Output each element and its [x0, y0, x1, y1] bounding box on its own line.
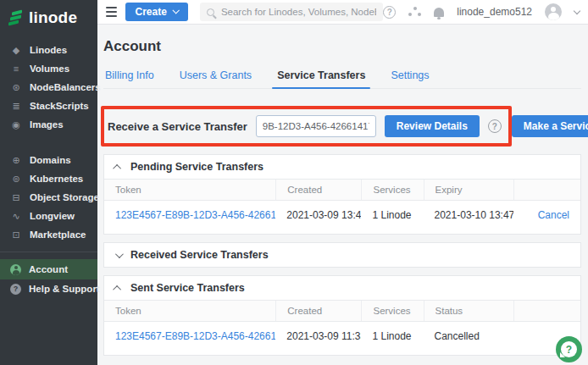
- transfer-token-input[interactable]: [256, 115, 376, 137]
- tab-service-transfers[interactable]: Service Transfers: [275, 66, 367, 88]
- search-icon: [207, 8, 214, 16]
- pending-panel-header[interactable]: Pending Service Transfers: [104, 155, 580, 179]
- table-header-row: Token Created Services Status: [104, 300, 580, 322]
- domains-icon: ⊕: [10, 156, 22, 165]
- search-bar[interactable]: [200, 3, 383, 21]
- object-storage-icon: ⊟: [10, 193, 22, 202]
- tab-billing-info[interactable]: Billing Info: [103, 66, 156, 88]
- sidebar-item-nodebalancers[interactable]: ⊛ NodeBalancers: [0, 78, 97, 97]
- pending-transfers-table: Token Created Services Expiry 123E4567-E…: [104, 179, 580, 234]
- sidebar-item-help-support[interactable]: ? Help & Support: [0, 279, 97, 298]
- sidebar-item-longview[interactable]: ∿ Longview: [0, 207, 97, 225]
- sidebar-divider: [0, 252, 97, 252]
- sidebar-item-volumes[interactable]: ≡ Volumes: [0, 59, 97, 78]
- table-row: 123E4567-E89B-12D3-A456-426614174001 202…: [104, 322, 580, 350]
- community-icon: [408, 7, 421, 17]
- help-button[interactable]: ?: [383, 6, 396, 19]
- stackscripts-icon: ≣: [10, 102, 22, 111]
- main-content: Account Billing Info Users & Grants Serv…: [97, 25, 588, 365]
- community-button[interactable]: [408, 7, 421, 17]
- received-transfers-panel: Received Service Transfers: [103, 242, 581, 268]
- sidebar-item-linodes[interactable]: ◆ Linodes: [0, 41, 97, 59]
- collapse-icon: [113, 163, 121, 172]
- sidebar: linode ◆ Linodes ≡ Volumes ⊛ NodeBalance…: [0, 0, 97, 365]
- page-title: Account: [103, 38, 581, 55]
- sidebar-item-images[interactable]: ◉ Images: [0, 115, 97, 134]
- images-icon: ◉: [10, 120, 22, 130]
- kubernetes-icon: ⊚: [10, 174, 22, 184]
- menu-icon[interactable]: [106, 7, 117, 17]
- review-details-button[interactable]: Review Details: [385, 115, 480, 137]
- column-header-actions: [513, 180, 580, 200]
- receive-transfer-group: Receive a Service Transfer Review Detail…: [103, 107, 512, 146]
- help-icon: ?: [10, 284, 21, 295]
- sidebar-item-label: Kubernetes: [30, 174, 83, 184]
- column-header-token: Token: [104, 185, 275, 195]
- transfer-actions-row: Receive a Service Transfer Review Detail…: [103, 107, 581, 146]
- marketplace-icon: ⊡: [10, 230, 22, 240]
- sidebar-item-label: NodeBalancers: [30, 82, 101, 92]
- receive-transfer-label: Receive a Service Transfer: [108, 120, 247, 133]
- avatar[interactable]: [545, 3, 562, 20]
- sidebar-item-label: Images: [30, 119, 64, 130]
- expiry-cell: 2021-03-10 13:47: [424, 209, 514, 221]
- linode-logo-text: linode: [29, 8, 77, 27]
- linode-icon: ◆: [10, 46, 22, 55]
- linode-logo[interactable]: linode: [0, 0, 97, 34]
- sent-transfers-panel: Sent Service Transfers Token Created Ser…: [103, 275, 581, 356]
- column-header-created: Created: [275, 180, 361, 200]
- account-icon: [10, 264, 21, 275]
- received-panel-header[interactable]: Received Service Transfers: [104, 243, 580, 267]
- username[interactable]: linode_demo512: [457, 6, 532, 18]
- created-cell: 2021-03-09 11:33: [275, 330, 361, 342]
- create-button[interactable]: Create: [125, 3, 188, 21]
- table-row: 123E4567-E89B-12D3-A456-426614174000 202…: [104, 201, 580, 229]
- collapse-icon: [113, 285, 121, 293]
- column-header-services: Services: [361, 301, 423, 321]
- table-header-row: Token Created Services Expiry: [104, 179, 580, 201]
- linode-logo-icon: [8, 9, 23, 26]
- sidebar-item-stackscripts[interactable]: ≣ StackScripts: [0, 97, 97, 115]
- sidebar-item-label: Object Storage: [30, 192, 99, 202]
- expand-icon: [115, 250, 124, 258]
- nodebalancers-icon: ⊛: [10, 83, 22, 92]
- token-link[interactable]: 123E4567-E89B-12D3-A456-426614174000: [115, 209, 275, 221]
- cancel-link[interactable]: Cancel: [538, 209, 569, 221]
- help-chat-button[interactable]: ?: [556, 336, 582, 362]
- topbar-actions: ? linode_demo512: [383, 3, 580, 20]
- token-link[interactable]: 123E4567-E89B-12D3-A456-426614174001: [115, 330, 275, 342]
- longview-icon: ∿: [10, 212, 22, 221]
- question-icon: ?: [383, 6, 396, 19]
- tab-settings[interactable]: Settings: [389, 66, 430, 88]
- notifications-button[interactable]: [434, 8, 444, 17]
- sidebar-item-kubernetes[interactable]: ⊚ Kubernetes: [0, 169, 97, 188]
- tab-users-grants[interactable]: Users & Grants: [178, 66, 253, 88]
- panel-title: Sent Service Transfers: [130, 282, 245, 294]
- sidebar-item-marketplace[interactable]: ⊡ Marketplace: [0, 225, 97, 244]
- sidebar-item-label: Marketplace: [30, 230, 86, 240]
- chevron-down-icon[interactable]: [574, 7, 580, 14]
- status-cell: Cancelled: [424, 330, 514, 342]
- sidebar-nav: ◆ Linodes ≡ Volumes ⊛ NodeBalancers ≣ St…: [0, 34, 97, 298]
- sidebar-item-account[interactable]: Account: [0, 259, 97, 279]
- sent-panel-header[interactable]: Sent Service Transfers: [104, 276, 580, 300]
- column-header-created: Created: [275, 301, 361, 321]
- column-header-services: Services: [361, 180, 423, 200]
- sidebar-item-label: Account: [29, 264, 68, 274]
- sidebar-item-object-storage[interactable]: ⊟ Object Storage: [0, 188, 97, 207]
- receive-help-icon[interactable]: ?: [488, 119, 502, 133]
- sidebar-item-label: Linodes: [30, 45, 67, 55]
- search-input[interactable]: [221, 7, 376, 17]
- column-header-actions: [513, 301, 580, 321]
- pending-transfers-panel: Pending Service Transfers Token Created …: [103, 154, 581, 235]
- volumes-icon: ≡: [10, 64, 22, 74]
- make-transfer-button[interactable]: Make a Service Transfer: [512, 115, 588, 137]
- sidebar-item-label: Longview: [30, 211, 75, 221]
- sidebar-item-label: Help & Support: [29, 284, 100, 294]
- sidebar-item-domains[interactable]: ⊕ Domains: [0, 151, 97, 169]
- column-header-status: Status: [424, 301, 514, 321]
- column-header-expiry: Expiry: [424, 180, 514, 200]
- sidebar-item-label: Volumes: [30, 64, 69, 74]
- create-button-label: Create: [136, 6, 167, 18]
- question-bubble-icon: ?: [561, 341, 577, 357]
